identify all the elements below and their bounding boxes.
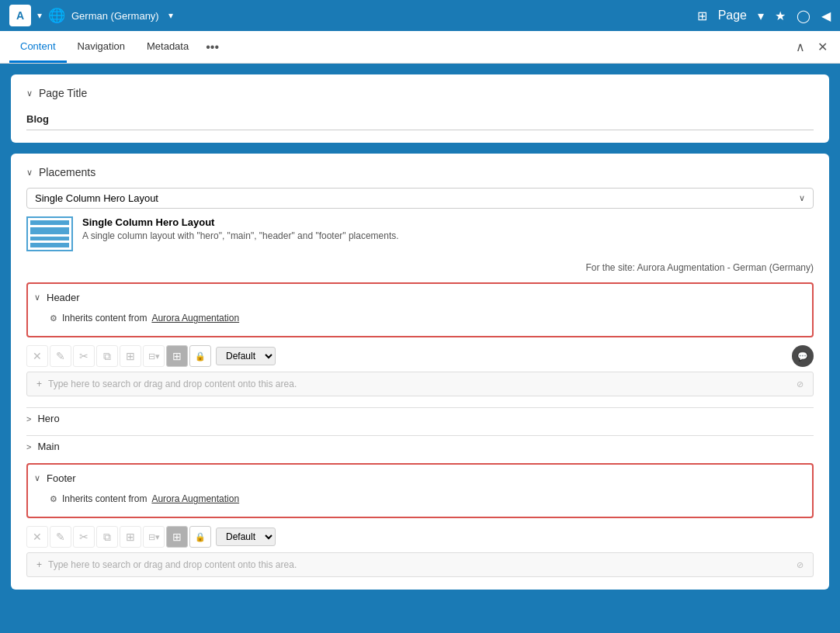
back-icon[interactable]: ◀: [821, 9, 831, 23]
header-drop-right-icon: ⊘: [797, 379, 804, 389]
scroll-up-button[interactable]: ∧: [793, 36, 808, 57]
tab-more-icon[interactable]: •••: [200, 33, 225, 62]
hero-section-header: > Hero: [26, 407, 814, 429]
header-section-header: ∨ Header: [34, 287, 806, 308]
main-chevron-icon[interactable]: >: [26, 442, 31, 451]
language-label[interactable]: German (Germany): [71, 10, 159, 22]
layout-preview: Single Column Hero Layout A single colum…: [26, 216, 814, 251]
footer-grid-button[interactable]: ⊟▾: [143, 526, 165, 548]
layout-site: For the site: Aurora Augmentation - Germ…: [26, 262, 814, 273]
header-inherits-link[interactable]: Aurora Augmentation: [151, 313, 239, 323]
placements-header: ∨ Placements: [26, 166, 814, 178]
tabbar-controls: ∧ ✕: [793, 36, 831, 57]
page-chevron-icon[interactable]: ▾: [758, 9, 764, 23]
footer-scissors-button[interactable]: ✂: [73, 526, 95, 548]
lang-chevron-icon[interactable]: ▾: [168, 10, 173, 21]
star-icon[interactable]: ★: [775, 9, 786, 23]
layout-title: Single Column Hero Layout: [82, 216, 814, 228]
footer-section-header: ∨ Footer: [34, 468, 806, 489]
header-grid-button[interactable]: ⊟▾: [143, 345, 165, 367]
layout-select-chevron-icon[interactable]: ∨: [799, 193, 805, 203]
header-default-dropdown[interactable]: Default: [216, 347, 276, 365]
page-title-label: Page Title: [39, 87, 87, 99]
placements-chevron-icon[interactable]: ∨: [26, 168, 33, 178]
footer-drop-right-icon: ⊘: [797, 560, 804, 570]
hero-label: Hero: [37, 413, 59, 424]
logo-chevron-icon[interactable]: ▾: [37, 10, 42, 21]
footer-inherits-text: Inherits content from: [62, 493, 147, 504]
close-panel-button[interactable]: ✕: [814, 36, 831, 57]
tab-navigation[interactable]: Navigation: [67, 31, 136, 63]
header-chat-button[interactable]: 💬: [792, 345, 814, 367]
footer-default-dropdown[interactable]: Default: [216, 528, 276, 546]
layout-info: Single Column Hero Layout A single colum…: [82, 216, 814, 241]
footer-selected-button[interactable]: ⊞: [166, 526, 188, 548]
header-copy-button[interactable]: ⧉: [96, 345, 118, 367]
page-title-chevron-icon[interactable]: ∨: [26, 88, 33, 99]
hero-chevron-icon[interactable]: >: [26, 414, 31, 424]
header-placement-highlight: ∨ Header ⚙ Inherits content from Aurora …: [26, 282, 814, 337]
page-label[interactable]: Page: [718, 9, 747, 22]
inherits-icon: ⚙: [50, 313, 57, 323]
header-inherits-row: ⚙ Inherits content from Aurora Augmentat…: [34, 308, 806, 330]
tab-metadata[interactable]: Metadata: [136, 31, 200, 63]
tab-content[interactable]: Content: [9, 31, 67, 63]
placements-label: Placements: [39, 166, 95, 178]
header-selected-button[interactable]: ⊞: [166, 345, 188, 367]
main-label: Main: [37, 441, 59, 452]
app-logo: A: [9, 5, 31, 26]
footer-placement-highlight: ∨ Footer ⚙ Inherits content from Aurora …: [26, 463, 814, 518]
topbar: A ▾ 🌐 German (Germany) ▾ ⊞ Page ▾ ★ ◯ ◀: [0, 0, 840, 31]
placements-card: ∨ Placements Single Column Hero Layout ∨…: [11, 154, 829, 590]
globe-icon: 🌐: [48, 7, 65, 24]
header-drop-placeholder: Type here to search or drag and drop con…: [48, 379, 297, 389]
footer-inherits-row: ⚙ Inherits content from Aurora Augmentat…: [34, 489, 806, 510]
footer-label: Footer: [47, 472, 76, 484]
layout-desc: A single column layout with "hero", "mai…: [82, 230, 814, 241]
hero-section: > Hero: [26, 407, 814, 429]
footer-toolbar: ✕ ✎ ✂ ⧉ ⊞ ⊟▾ ⊞ 🔒 Default: [26, 526, 814, 548]
header-scissors-button[interactable]: ✂: [73, 345, 95, 367]
blog-value: Blog: [26, 109, 814, 130]
grid-icon[interactable]: ⊞: [697, 9, 707, 23]
footer-drop-placeholder: Type here to search or drag and drop con…: [48, 559, 297, 570]
lightbulb-icon[interactable]: ◯: [797, 9, 810, 23]
layout-thumbnail: [26, 216, 73, 251]
header-lock-button[interactable]: 🔒: [189, 345, 211, 367]
main-section: > Main: [26, 435, 814, 457]
header-paste-button[interactable]: ⊞: [120, 345, 141, 367]
footer-paste-button[interactable]: ⊞: [120, 526, 141, 548]
footer-inherits-link[interactable]: Aurora Augmentation: [151, 493, 239, 504]
footer-inherits-icon: ⚙: [50, 494, 57, 504]
topbar-right: ⊞ Page ▾ ★ ◯ ◀: [697, 9, 831, 23]
header-drop-plus-icon: +: [36, 379, 42, 389]
tabbar: Content Navigation Metadata ••• ∧ ✕: [0, 31, 840, 64]
header-label: Header: [47, 292, 80, 303]
header-drop-area[interactable]: + Type here to search or drag and drop c…: [26, 372, 814, 396]
main-section-header: > Main: [26, 435, 814, 457]
header-chevron-icon[interactable]: ∨: [34, 292, 40, 303]
header-inherits-text: Inherits content from: [62, 313, 147, 323]
footer-edit-button[interactable]: ✎: [50, 526, 71, 548]
layout-select-label: Single Column Hero Layout: [35, 192, 799, 204]
layout-selector-row: Single Column Hero Layout ∨: [26, 188, 814, 209]
footer-chevron-icon[interactable]: ∨: [34, 473, 40, 483]
header-toolbar: ✕ ✎ ✂ ⧉ ⊞ ⊟▾ ⊞ 🔒 Default 💬: [26, 345, 814, 367]
footer-drop-plus-icon: +: [36, 559, 42, 570]
footer-drop-area[interactable]: + Type here to search or drag and drop c…: [26, 552, 814, 577]
footer-copy-button[interactable]: ⧉: [96, 526, 118, 548]
header-close-button[interactable]: ✕: [26, 345, 48, 367]
footer-close-button[interactable]: ✕: [26, 526, 48, 548]
footer-lock-button[interactable]: 🔒: [189, 526, 211, 548]
main-content: ∨ Page Title Blog ∨ Placements Single Co…: [0, 64, 840, 633]
page-title-header: ∨ Page Title: [26, 87, 814, 99]
page-title-card: ∨ Page Title Blog: [11, 74, 829, 143]
header-edit-button[interactable]: ✎: [50, 345, 71, 367]
